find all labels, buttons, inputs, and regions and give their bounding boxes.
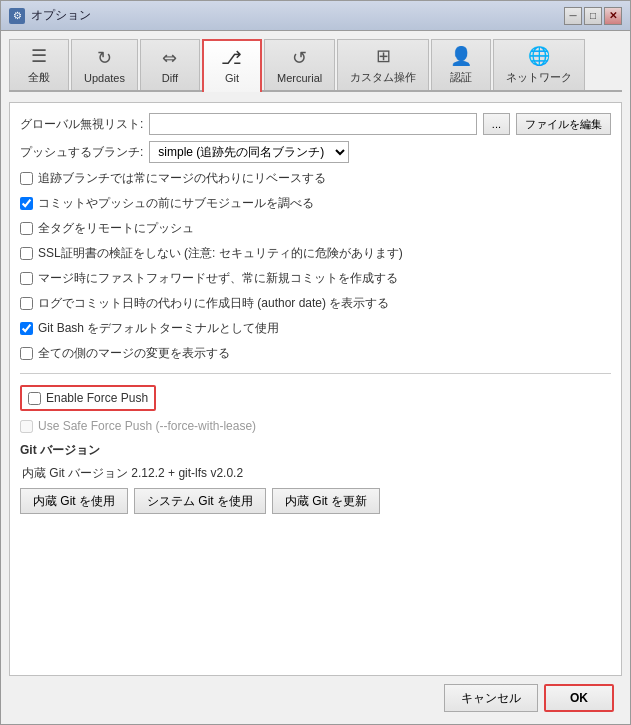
tab-diff-label: Diff (162, 72, 178, 84)
checkbox-row-4: SSL証明書の検証をしない (注意: セキュリティ的に危険があります) (20, 244, 611, 263)
tab-diff[interactable]: ⇔ Diff (140, 39, 200, 90)
tab-mercurial-label: Mercurial (277, 72, 322, 84)
tab-auth-label: 認証 (450, 70, 472, 85)
git-version-section-label: Git バージョン (20, 442, 611, 459)
window-icon: ⚙ (9, 8, 25, 24)
global-ignore-input[interactable] (149, 113, 476, 135)
checkbox-force-push[interactable] (28, 392, 41, 405)
tab-git[interactable]: ⎇ Git (202, 39, 262, 92)
checkbox-merge-sides[interactable] (20, 347, 33, 360)
separator-1 (20, 373, 611, 374)
checkbox-merge-sides-label: 全ての側のマージの変更を表示する (38, 345, 230, 362)
tab-bar: ☰ 全般 ↻ Updates ⇔ Diff ⎇ Git ↺ Mercurial … (9, 39, 622, 92)
git-icon: ⎇ (221, 47, 242, 69)
tab-custom-label: カスタム操作 (350, 70, 416, 85)
checkbox-row-5: マージ時にファストフォワードせず、常に新規コミットを作成する (20, 269, 611, 288)
checkbox-submodule-label: コミットやプッシュの前にサブモジュールを調べる (38, 195, 314, 212)
checkbox-safe-force-push[interactable] (20, 420, 33, 433)
form-area: グローバル無視リスト: ... ファイルを編集 プッシュするブランチ: simp… (9, 102, 622, 676)
cancel-button[interactable]: キャンセル (444, 684, 538, 712)
checkbox-git-bash[interactable] (20, 322, 33, 335)
checkbox-git-bash-label: Git Bash をデフォルトターミナルとして使用 (38, 320, 279, 337)
tab-updates[interactable]: ↻ Updates (71, 39, 138, 90)
checkbox-row-2: コミットやプッシュの前にサブモジュールを調べる (20, 194, 611, 213)
ok-button[interactable]: OK (544, 684, 614, 712)
tab-git-label: Git (225, 72, 239, 84)
maximize-button[interactable]: □ (584, 7, 602, 25)
title-controls: ─ □ ✕ (564, 7, 622, 25)
force-push-highlight: Enable Force Push (20, 385, 156, 411)
tab-auth[interactable]: 👤 認証 (431, 39, 491, 90)
checkbox-row-8: 全ての側のマージの変更を表示する (20, 344, 611, 363)
builtin-git-button[interactable]: 内蔵 Git を使用 (20, 488, 128, 514)
window-title: オプション (31, 7, 91, 24)
minimize-button[interactable]: ─ (564, 7, 582, 25)
form-spacer (20, 520, 611, 665)
network-icon: 🌐 (528, 45, 550, 67)
checkbox-rebase-label: 追跡ブランチでは常にマージの代わりにリベースする (38, 170, 326, 187)
update-git-button[interactable]: 内蔵 Git を更新 (272, 488, 380, 514)
push-branch-row: プッシュするブランチ: simple (追跡先の同名ブランチ) (20, 141, 611, 163)
checkbox-ssl-label: SSL証明書の検証をしない (注意: セキュリティ的に危険があります) (38, 245, 403, 262)
global-ignore-row: グローバル無視リスト: ... ファイルを編集 (20, 113, 611, 135)
browse-button[interactable]: ... (483, 113, 510, 135)
general-icon: ☰ (31, 45, 47, 67)
git-version-buttons: 内蔵 Git を使用 システム Git を使用 内蔵 Git を更新 (20, 488, 611, 514)
enable-force-push-row: Enable Force Push (20, 384, 611, 412)
options-window: ⚙ オプション ─ □ ✕ ☰ 全般 ↻ Updates ⇔ Diff (0, 0, 631, 725)
tab-mercurial[interactable]: ↺ Mercurial (264, 39, 335, 90)
tab-general-label: 全般 (28, 70, 50, 85)
tab-updates-label: Updates (84, 72, 125, 84)
tab-network[interactable]: 🌐 ネットワーク (493, 39, 585, 90)
close-button[interactable]: ✕ (604, 7, 622, 25)
push-branch-select[interactable]: simple (追跡先の同名ブランチ) (149, 141, 349, 163)
title-bar-left: ⚙ オプション (9, 7, 91, 24)
checkbox-author-date-label: ログでコミット日時の代わりに作成日時 (author date) を表示する (38, 295, 389, 312)
edit-file-button[interactable]: ファイルを編集 (516, 113, 611, 135)
bottom-bar: キャンセル OK (9, 676, 622, 716)
checkbox-submodule[interactable] (20, 197, 33, 210)
mercurial-icon: ↺ (292, 47, 307, 69)
checkbox-no-ff-label: マージ時にファストフォワードせず、常に新規コミットを作成する (38, 270, 398, 287)
checkbox-push-tags[interactable] (20, 222, 33, 235)
title-bar: ⚙ オプション ─ □ ✕ (1, 1, 630, 31)
checkbox-author-date[interactable] (20, 297, 33, 310)
checkbox-ssl[interactable] (20, 247, 33, 260)
checkbox-push-tags-label: 全タグをリモートにプッシュ (38, 220, 194, 237)
checkbox-safe-force-push-label: Use Safe Force Push (--force-with-lease) (38, 419, 256, 433)
safe-force-push-row: Use Safe Force Push (--force-with-lease) (20, 418, 611, 434)
checkbox-row-7: Git Bash をデフォルトターミナルとして使用 (20, 319, 611, 338)
checkbox-row-3: 全タグをリモートにプッシュ (20, 219, 611, 238)
checkbox-row-6: ログでコミット日時の代わりに作成日時 (author date) を表示する (20, 294, 611, 313)
content-area: ☰ 全般 ↻ Updates ⇔ Diff ⎇ Git ↺ Mercurial … (1, 31, 630, 724)
checkbox-row-1: 追跡ブランチでは常にマージの代わりにリベースする (20, 169, 611, 188)
auth-icon: 👤 (450, 45, 472, 67)
git-version-text: 内蔵 Git バージョン 2.12.2 + git-lfs v2.0.2 (22, 465, 611, 482)
global-ignore-label: グローバル無視リスト: (20, 116, 143, 133)
tab-network-label: ネットワーク (506, 70, 572, 85)
checkbox-rebase[interactable] (20, 172, 33, 185)
diff-icon: ⇔ (162, 47, 177, 69)
updates-icon: ↻ (97, 47, 112, 69)
tab-general[interactable]: ☰ 全般 (9, 39, 69, 90)
custom-icon: ⊞ (376, 45, 391, 67)
system-git-button[interactable]: システム Git を使用 (134, 488, 266, 514)
checkbox-no-ff[interactable] (20, 272, 33, 285)
checkbox-force-push-label: Enable Force Push (46, 391, 148, 405)
push-branch-label: プッシュするブランチ: (20, 144, 143, 161)
tab-custom[interactable]: ⊞ カスタム操作 (337, 39, 429, 90)
